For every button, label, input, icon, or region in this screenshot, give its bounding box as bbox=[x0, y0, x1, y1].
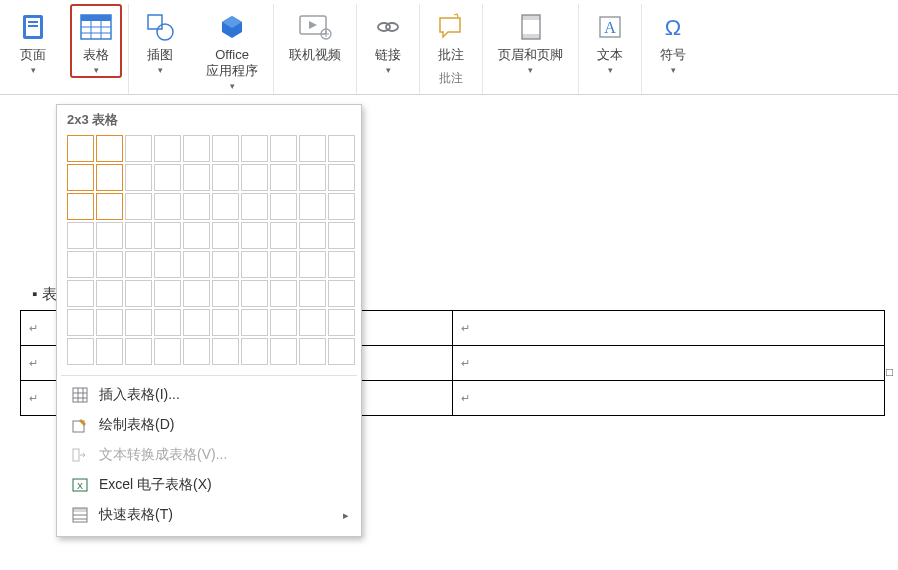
table-button[interactable]: 表格 ▾ bbox=[70, 4, 122, 78]
grid-cell[interactable] bbox=[125, 164, 152, 191]
illustration-button[interactable]: 插图 ▾ bbox=[135, 4, 185, 78]
menu-quick-tables[interactable]: 快速表格(T) ▸ bbox=[57, 500, 361, 530]
grid-cell[interactable] bbox=[328, 251, 355, 278]
grid-cell[interactable] bbox=[241, 280, 268, 307]
grid-cell[interactable] bbox=[67, 251, 94, 278]
grid-cell[interactable] bbox=[241, 193, 268, 220]
grid-cell[interactable] bbox=[270, 280, 297, 307]
grid-cell[interactable] bbox=[328, 193, 355, 220]
grid-cell[interactable] bbox=[270, 193, 297, 220]
grid-cell[interactable] bbox=[125, 135, 152, 162]
grid-cell[interactable] bbox=[299, 164, 326, 191]
grid-cell[interactable] bbox=[125, 280, 152, 307]
grid-cell[interactable] bbox=[270, 164, 297, 191]
grid-cell[interactable] bbox=[299, 135, 326, 162]
grid-cell[interactable] bbox=[183, 164, 210, 191]
grid-cell[interactable] bbox=[154, 309, 181, 336]
grid-cell[interactable] bbox=[183, 309, 210, 336]
grid-cell[interactable] bbox=[96, 222, 123, 249]
grid-cell[interactable] bbox=[183, 222, 210, 249]
grid-cell[interactable] bbox=[67, 338, 94, 365]
grid-cell[interactable] bbox=[67, 309, 94, 336]
grid-cell[interactable] bbox=[328, 222, 355, 249]
grid-cell[interactable] bbox=[212, 193, 239, 220]
grid-cell[interactable] bbox=[299, 338, 326, 365]
grid-cell[interactable] bbox=[212, 135, 239, 162]
grid-cell[interactable] bbox=[96, 251, 123, 278]
grid-cell[interactable] bbox=[67, 280, 94, 307]
table-cell[interactable]: ↵ bbox=[453, 381, 885, 416]
dropdown-icon: ▾ bbox=[608, 65, 613, 75]
grid-cell[interactable] bbox=[299, 251, 326, 278]
menu-insert-table[interactable]: 插入表格(I)... bbox=[57, 380, 361, 410]
table-cell[interactable]: ↵ bbox=[453, 311, 885, 346]
grid-cell[interactable] bbox=[154, 251, 181, 278]
grid-cell[interactable] bbox=[67, 164, 94, 191]
grid-cell[interactable] bbox=[212, 280, 239, 307]
grid-cell[interactable] bbox=[67, 222, 94, 249]
grid-cell[interactable] bbox=[299, 193, 326, 220]
grid-cell[interactable] bbox=[183, 338, 210, 365]
grid-cell[interactable] bbox=[270, 338, 297, 365]
grid-cell[interactable] bbox=[125, 251, 152, 278]
grid-cell[interactable] bbox=[96, 135, 123, 162]
grid-cell[interactable] bbox=[328, 164, 355, 191]
grid-cell[interactable] bbox=[212, 338, 239, 365]
grid-cell[interactable] bbox=[67, 193, 94, 220]
symbol-button[interactable]: Ω 符号 ▾ bbox=[648, 4, 698, 78]
grid-cell[interactable] bbox=[125, 338, 152, 365]
grid-cell[interactable] bbox=[125, 193, 152, 220]
grid-cell[interactable] bbox=[241, 135, 268, 162]
grid-cell[interactable] bbox=[241, 338, 268, 365]
grid-cell[interactable] bbox=[183, 280, 210, 307]
text-button[interactable]: A 文本 ▾ bbox=[585, 4, 635, 78]
grid-cell[interactable] bbox=[241, 222, 268, 249]
grid-cell[interactable] bbox=[270, 251, 297, 278]
grid-cell[interactable] bbox=[270, 309, 297, 336]
grid-cell[interactable] bbox=[96, 338, 123, 365]
menu-excel-spreadsheet[interactable]: X Excel 电子表格(X) bbox=[57, 470, 361, 500]
table-size-grid[interactable] bbox=[57, 135, 361, 373]
grid-cell[interactable] bbox=[125, 222, 152, 249]
header-footer-button[interactable]: 页眉和页脚 ▾ bbox=[489, 4, 572, 78]
grid-cell[interactable] bbox=[125, 309, 152, 336]
grid-cell[interactable] bbox=[328, 280, 355, 307]
menu-draw-table[interactable]: 绘制表格(D) bbox=[57, 410, 361, 440]
grid-cell[interactable] bbox=[96, 309, 123, 336]
online-video-button[interactable]: 联机视频 bbox=[280, 4, 350, 66]
grid-cell[interactable] bbox=[328, 309, 355, 336]
grid-cell[interactable] bbox=[270, 135, 297, 162]
grid-cell[interactable] bbox=[299, 222, 326, 249]
grid-cell[interactable] bbox=[299, 280, 326, 307]
office-apps-button[interactable]: Office 应用程序 ▾ bbox=[197, 4, 267, 94]
grid-cell[interactable] bbox=[328, 135, 355, 162]
grid-cell[interactable] bbox=[154, 193, 181, 220]
comment-button[interactable]: 批注 bbox=[426, 4, 476, 66]
grid-cell[interactable] bbox=[299, 309, 326, 336]
grid-cell[interactable] bbox=[154, 135, 181, 162]
grid-cell[interactable] bbox=[183, 251, 210, 278]
para-mark-icon: ↵ bbox=[29, 322, 38, 334]
grid-cell[interactable] bbox=[241, 251, 268, 278]
grid-cell[interactable] bbox=[96, 193, 123, 220]
grid-cell[interactable] bbox=[96, 280, 123, 307]
grid-cell[interactable] bbox=[154, 164, 181, 191]
grid-cell[interactable] bbox=[212, 164, 239, 191]
grid-cell[interactable] bbox=[212, 222, 239, 249]
grid-cell[interactable] bbox=[212, 251, 239, 278]
grid-cell[interactable] bbox=[183, 193, 210, 220]
page-button[interactable]: 页面 ▾ bbox=[8, 4, 58, 78]
grid-cell[interactable] bbox=[212, 309, 239, 336]
grid-cell[interactable] bbox=[241, 309, 268, 336]
grid-cell[interactable] bbox=[270, 222, 297, 249]
grid-cell[interactable] bbox=[183, 135, 210, 162]
link-button[interactable]: 链接 ▾ bbox=[363, 4, 413, 78]
grid-cell[interactable] bbox=[241, 164, 268, 191]
table-cell[interactable]: ↵ bbox=[453, 346, 885, 381]
grid-cell[interactable] bbox=[154, 280, 181, 307]
grid-cell[interactable] bbox=[154, 222, 181, 249]
grid-cell[interactable] bbox=[328, 338, 355, 365]
grid-cell[interactable] bbox=[96, 164, 123, 191]
grid-cell[interactable] bbox=[67, 135, 94, 162]
grid-cell[interactable] bbox=[154, 338, 181, 365]
